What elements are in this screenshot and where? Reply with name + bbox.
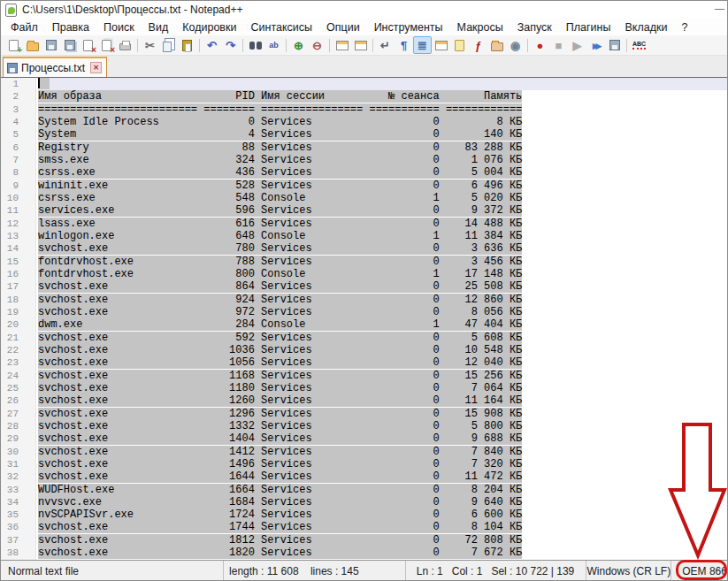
editor-line[interactable]: 26svchost.exe 1260 Services 0 11 164 КБ [1, 394, 727, 407]
sync-vertical-icon[interactable] [333, 36, 351, 54]
menu-item-3[interactable]: Вид [142, 20, 176, 34]
copy-icon[interactable] [159, 36, 178, 54]
replace-icon[interactable]: ab [264, 36, 283, 54]
menu-item-7[interactable]: Инструменты [367, 20, 450, 34]
editor-line[interactable]: 24svchost.exe 1168 Services 0 15 256 КБ [1, 370, 727, 382]
menu-item-4[interactable]: Кодировки [175, 20, 243, 34]
selected-text: svchost.exe 1820 Services 0 7 672 КБ [38, 547, 522, 559]
close-icon[interactable]: × [79, 36, 97, 54]
selected-text: Registry 88 Services 0 83 288 КБ [38, 141, 522, 154]
word-wrap-icon[interactable]: ↵ [376, 36, 395, 54]
macro-stop-icon[interactable]: ■ [549, 36, 568, 54]
editor-line[interactable]: 17svchost.exe 864 Services 0 25 508 КБ [1, 280, 727, 293]
function-list-icon[interactable]: ƒ [469, 36, 487, 54]
undo-icon[interactable]: ↶ [203, 36, 221, 54]
editor-line[interactable]: 27svchost.exe 1296 Services 0 15 908 КБ [1, 408, 727, 420]
editor-line[interactable]: 10csrss.exe 548 Console 1 5 020 КБ [1, 192, 727, 204]
editor-line[interactable]: 31svchost.exe 1496 Services 0 7 320 КБ [1, 458, 727, 470]
status-encoding[interactable]: OEM 866 [671, 561, 727, 581]
menu-item-0[interactable]: Файл [4, 20, 45, 34]
close-all-icon[interactable]: × [97, 36, 116, 54]
cut-icon[interactable]: ✂ [141, 36, 159, 54]
sync-horizontal-icon[interactable] [351, 36, 370, 54]
editor-line[interactable]: 12lsass.exe 616 Services 0 14 488 КБ [1, 218, 727, 230]
print-icon[interactable] [116, 36, 134, 54]
menu-item-12[interactable]: ? [674, 20, 694, 34]
line-number: 10 [1, 192, 19, 204]
show-all-chars-icon[interactable]: ¶ [395, 36, 413, 54]
editor-line[interactable]: 5System 4 Services 0 140 КБ [1, 128, 727, 141]
redo-icon[interactable]: ↷ [221, 36, 240, 54]
editor-line[interactable]: 11services.exe 596 Services 0 9 372 КБ [1, 204, 727, 217]
open-folder-icon[interactable] [23, 36, 42, 54]
editor-line[interactable]: 35nvSCPAPISvr.exe 1724 Services 0 6 600 … [1, 508, 727, 521]
editor-line[interactable]: 16fontdrvhost.exe 800 Console 1 17 148 К… [1, 268, 727, 280]
macro-save-icon[interactable] [605, 36, 624, 54]
menu-item-8[interactable]: Макросы [450, 20, 510, 34]
editor-line[interactable]: 25svchost.exe 1180 Services 0 7 064 КБ [1, 382, 727, 394]
menu-item-6[interactable]: Опции [319, 20, 367, 34]
editor-line[interactable]: 21svchost.exe 592 Services 0 5 608 КБ [1, 332, 727, 344]
editor-line[interactable]: 18svchost.exe 924 Services 0 12 860 КБ [1, 294, 727, 306]
paste-icon[interactable] [178, 36, 196, 54]
text-editor[interactable]: 12Имя образа PID Имя сессии № сеанса Пам… [1, 78, 727, 560]
zoom-in-icon[interactable]: ⊕ [289, 36, 308, 54]
editor-line[interactable]: 1 [1, 78, 727, 90]
macro-play-icon[interactable]: ▶ [568, 36, 586, 54]
new-file-icon[interactable]: + [4, 36, 23, 54]
zoom-out-icon[interactable]: ⊖ [308, 36, 326, 54]
doc-map-icon[interactable] [450, 36, 469, 54]
menu-item-10[interactable]: Плагины [559, 20, 618, 34]
line-number: 37 [1, 534, 19, 547]
editor-line[interactable]: 7smss.exe 324 Services 0 1 076 КБ [1, 154, 727, 166]
editor-line[interactable]: 6Registry 88 Services 0 83 288 КБ [1, 141, 727, 154]
editor-line[interactable]: 3========================= ======== ====… [1, 103, 727, 116]
menu-item-11[interactable]: Вкладки [617, 20, 674, 34]
folder-workspace-icon[interactable] [487, 36, 506, 54]
line-number: 32 [1, 470, 19, 483]
indent-guide-icon[interactable]: ≣ [413, 36, 432, 54]
editor-content[interactable]: 12Имя образа PID Имя сессии № сеанса Пам… [1, 78, 727, 559]
editor-line[interactable]: 30svchost.exe 1412 Services 0 7 840 КБ [1, 446, 727, 458]
editor-line[interactable]: 34nvvsvc.exe 1684 Services 0 9 640 КБ [1, 496, 727, 508]
editor-line[interactable]: 32svchost.exe 1644 Services 0 11 472 КБ [1, 470, 727, 483]
menu-item-2[interactable]: Поиск [96, 20, 142, 34]
editor-line[interactable]: 20dwm.exe 284 Console 1 47 404 КБ [1, 318, 727, 331]
editor-line[interactable]: 37svchost.exe 1812 Services 0 72 808 КБ [1, 534, 727, 547]
editor-line[interactable]: 28svchost.exe 1332 Services 0 5 800 КБ [1, 420, 727, 432]
editor-line[interactable]: 15fontdrvhost.exe 788 Services 0 3 456 К… [1, 256, 727, 268]
editor-line[interactable]: 19svchost.exe 972 Services 0 8 056 КБ [1, 306, 727, 318]
editor-line[interactable]: 23svchost.exe 1056 Services 0 12 040 КБ [1, 356, 727, 369]
editor-line[interactable]: 22svchost.exe 1036 Services 0 10 548 КБ [1, 344, 727, 356]
selected-text: smss.exe 324 Services 0 1 076 КБ [38, 154, 522, 166]
editor-line[interactable]: 36svchost.exe 1744 Services 0 8 104 КБ [1, 521, 727, 533]
find-icon[interactable] [246, 36, 264, 54]
status-eol-format[interactable]: Windows (CR LF) [586, 561, 671, 581]
editor-line[interactable]: 38svchost.exe 1820 Services 0 7 672 КБ [1, 547, 727, 559]
toolbar-separator [137, 39, 138, 52]
macro-run-multi-icon[interactable]: ▸▸ [586, 36, 605, 54]
save-all-icon[interactable] [60, 36, 79, 54]
menu-item-1[interactable]: Правка [45, 20, 96, 34]
editor-line[interactable]: 14svchost.exe 780 Services 0 3 636 КБ [1, 242, 727, 255]
editor-line[interactable]: 8csrss.exe 436 Services 0 5 004 КБ [1, 166, 727, 179]
tab-close-icon[interactable]: ✕ [90, 62, 102, 73]
minimize-button[interactable]: — [715, 3, 724, 13]
macro-record-icon[interactable]: ● [531, 36, 549, 54]
line-number: 26 [1, 394, 19, 407]
editor-line[interactable]: 4System Idle Process 0 Services 0 8 КБ [1, 116, 727, 128]
editor-line[interactable]: 13winlogon.exe 648 Console 1 11 384 КБ [1, 230, 727, 242]
tab-processes-txt[interactable]: Процессы.txt ✕ [3, 57, 107, 77]
editor-line[interactable]: 9wininit.exe 528 Services 0 6 496 КБ [1, 180, 727, 192]
save-icon[interactable] [42, 36, 60, 54]
monitoring-eye-icon[interactable]: ◉ [506, 36, 525, 54]
spell-abc-icon[interactable]: ABC [630, 36, 648, 54]
editor-line[interactable]: 2Имя образа PID Имя сессии № сеанса Памя… [1, 90, 727, 103]
user-dialog-icon[interactable] [432, 36, 450, 54]
editor-line[interactable]: 33WUDFHost.exe 1664 Services 0 8 204 КБ [1, 484, 727, 496]
menu-item-5[interactable]: Синтаксисы [243, 20, 319, 34]
editor-line[interactable]: 29svchost.exe 1404 Services 0 9 688 КБ [1, 432, 727, 445]
menu-item-9[interactable]: Запуск [510, 20, 559, 34]
line-number: 13 [1, 230, 19, 242]
status-bar: Normal text file length : 11 608 lines :… [1, 560, 727, 581]
